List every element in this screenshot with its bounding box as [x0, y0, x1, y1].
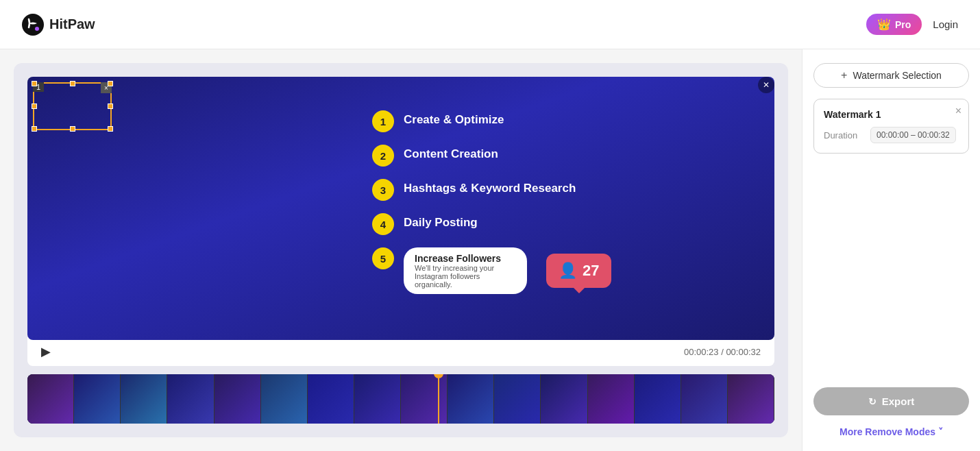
- login-button[interactable]: Login: [933, 19, 958, 30]
- frame-8: [354, 374, 401, 424]
- frame-14: [635, 374, 681, 424]
- video-player-wrapper: 1 × 1 Cre: [27, 77, 774, 366]
- plus-icon: +: [841, 69, 847, 82]
- more-remove-modes-button[interactable]: More Remove Modes ˅: [813, 426, 969, 437]
- watermark-card: × Watermark 1 Duration 00:00:00 – 00:00:…: [813, 99, 969, 154]
- frame-6: [261, 374, 308, 424]
- watermark-card-close-button[interactable]: ×: [955, 105, 961, 117]
- frame-2: [74, 374, 121, 424]
- svg-point-0: [22, 14, 44, 36]
- frame-12: [541, 374, 587, 424]
- header-right: 👑 Pro Login: [866, 14, 958, 35]
- followers-count: 27: [583, 262, 599, 280]
- watermark-selection-button[interactable]: + Watermark Selection: [813, 63, 969, 88]
- watermark-selection-label: Watermark Selection: [853, 70, 941, 81]
- followers-bubble: Increase Followers We'll try increasing …: [404, 247, 527, 294]
- svg-point-1: [35, 27, 39, 31]
- watermark-selection-box[interactable]: 1 ×: [33, 82, 112, 130]
- video-item-4: 4 Daily Posting: [372, 213, 660, 235]
- timeline-cursor[interactable]: [434, 374, 443, 424]
- logo-text: HitPaw: [49, 16, 95, 32]
- item-text-2: Content Creation: [404, 145, 498, 161]
- time-display: 00:00:23 / 00:00:32: [684, 347, 761, 357]
- close-video-button[interactable]: ✕: [758, 77, 774, 93]
- handle-mid-right[interactable]: [108, 103, 113, 109]
- pro-label: Pro: [895, 19, 911, 30]
- play-button[interactable]: ▶: [41, 344, 51, 359]
- watermark-card-title: Watermark 1: [824, 109, 959, 120]
- handle-mid-left[interactable]: [32, 103, 37, 109]
- item-num-2: 2: [372, 145, 394, 167]
- item-text-4: Daily Posting: [404, 213, 478, 230]
- frame-10: [448, 374, 494, 424]
- crown-icon: 👑: [877, 18, 891, 31]
- header: HitPaw 👑 Pro Login: [0, 0, 980, 49]
- timeline-frames: [27, 374, 774, 424]
- right-panel: + Watermark Selection × Watermark 1 Dura…: [802, 49, 980, 451]
- item-num-5: 5: [372, 247, 394, 269]
- handle-top-mid[interactable]: [70, 81, 75, 86]
- content-area: ✕ 1 ×: [0, 49, 802, 451]
- watermark-card-duration-row: Duration 00:00:00 – 00:00:32: [824, 127, 959, 143]
- pro-badge[interactable]: 👑 Pro: [866, 14, 922, 35]
- chevron-down-icon: ˅: [938, 426, 943, 437]
- frame-3: [121, 374, 167, 424]
- frame-13: [588, 374, 635, 424]
- bubble-title: Increase Followers: [415, 253, 516, 264]
- export-label: Export: [882, 395, 915, 407]
- frame-16: [728, 374, 774, 424]
- video-item-3: 3 Hashtags & Keyword Research: [372, 179, 660, 201]
- item-num-4: 4: [372, 213, 394, 235]
- video-container: ✕ 1 ×: [14, 63, 788, 437]
- export-icon: ↻: [868, 396, 877, 407]
- bubble-sub: We'll try increasing your Instagram foll…: [415, 264, 516, 289]
- item-text-3: Hashtags & Keyword Research: [404, 179, 576, 195]
- handle-bot-left[interactable]: [32, 126, 37, 132]
- frame-1: [27, 374, 74, 424]
- frame-5: [215, 374, 261, 424]
- main-layout: ✕ 1 ×: [0, 49, 980, 451]
- duration-value: 00:00:00 – 00:00:32: [870, 127, 956, 143]
- handle-top-right[interactable]: [108, 81, 113, 86]
- video-frame: 1 × 1 Cre: [27, 77, 774, 340]
- timeline-strip[interactable]: [27, 374, 774, 424]
- item-num-1: 1: [372, 110, 394, 132]
- hitpaw-logo-icon: [22, 14, 44, 36]
- person-icon: 👤: [559, 262, 577, 280]
- video-item-1: 1 Create & Optimize: [372, 110, 660, 132]
- video-content: 1 Create & Optimize 2 Content Creation 3…: [372, 110, 660, 306]
- frame-11: [494, 374, 541, 424]
- handle-bot-right[interactable]: [108, 126, 113, 132]
- item-num-3: 3: [372, 179, 394, 201]
- duration-label: Duration: [824, 130, 865, 141]
- video-item-2: 2 Content Creation: [372, 145, 660, 167]
- more-modes-label: More Remove Modes: [840, 426, 935, 437]
- spacer: [813, 164, 969, 376]
- frame-4: [167, 374, 214, 424]
- export-button[interactable]: ↻ Export: [813, 387, 969, 415]
- frame-7: [308, 374, 354, 424]
- cursor-line: [438, 378, 439, 424]
- logo-area: HitPaw: [22, 14, 95, 36]
- item-text-1: Create & Optimize: [404, 110, 504, 127]
- followers-badge: 👤 27: [546, 254, 611, 288]
- video-item-5: 5 Increase Followers We'll try increasin…: [372, 247, 660, 294]
- frame-15: [681, 374, 728, 424]
- handle-bot-mid[interactable]: [70, 126, 75, 132]
- handle-top-left[interactable]: [32, 81, 37, 86]
- video-controls: ▶ 00:00:23 / 00:00:32: [27, 337, 774, 366]
